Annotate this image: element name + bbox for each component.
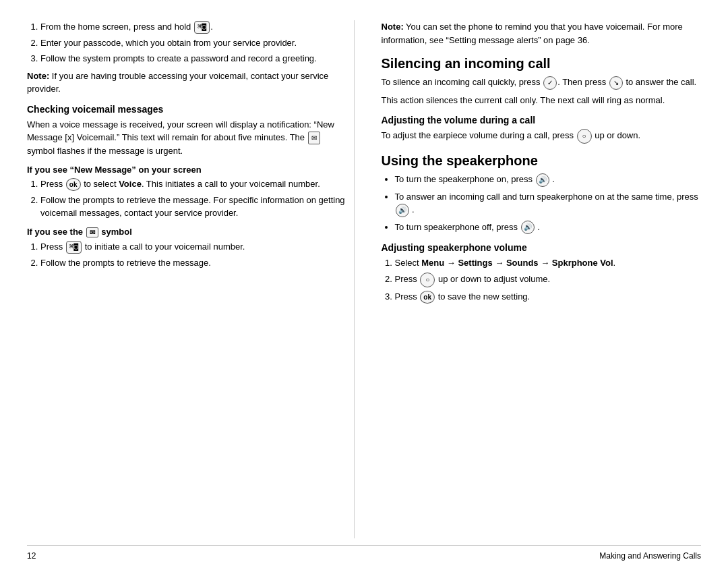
symbol-list: Press ⌘◙ to initiate a call to your voic… [27,240,347,269]
adjusting-volume-heading: Adjusting the volume during a call [382,115,702,125]
intro-list: From the home screen, press and hold ⌘◙.… [27,20,347,65]
intro-item-3: Follow the system prompts to create a pa… [40,52,347,65]
silencing-body: To silence an incoming call quickly, pre… [382,76,702,90]
intro-item-1: From the home screen, press and hold ⌘◙. [40,20,347,34]
message-symbol-icon: ✉ [86,227,98,237]
page: From the home screen, press and hold ⌘◙.… [0,0,728,566]
vol-adjust-icon: ○ [420,273,435,287]
right-column: Note: You can set the phone to remind yo… [375,20,702,538]
symbol-item-2: Follow the prompts to retrieve the messa… [40,256,347,270]
adjusting-spkr-list: Select Menu → Settings → Sounds → Spkrph… [382,256,702,304]
content-area: From the home screen, press and hold ⌘◙.… [27,20,701,538]
left-column: From the home screen, press and hold ⌘◙.… [27,20,355,538]
footer: 12 Making and Answering Calls [27,545,701,566]
page-number: 12 [27,551,36,561]
new-message-heading: If you see “New Message” on your screen [27,165,347,175]
voicemail-button-icon: ⌘◙ [66,241,82,253]
silence-button-icon: ✓ [543,76,557,90]
adjusting-spkr-item-3: Press ok to save the new setting. [395,290,702,304]
adjusting-spkr-item-2: Press ○ up or down to adjust volume. [395,273,702,287]
checking-voicemail-heading: Checking voicemail messages [27,104,347,115]
answer-button-icon: ↘ [609,76,623,90]
symbol-item-1: Press ⌘◙ to initiate a call to your voic… [40,240,347,254]
speakerphone-item-3: To turn speakerphone off, press 🔊 . [395,221,702,235]
ok-button-icon: ok [66,178,81,191]
right-note-text: You can set the phone to remind you that… [382,22,683,45]
speakerphone-item-2: To answer an incoming call and turn spea… [395,190,702,217]
speakerphone-list: To turn the speakerphone on, press 🔊 . T… [382,173,702,234]
home-button-icon: ⌘◙ [194,21,210,33]
new-message-item-1: Press ok to select Voice. This initiates… [40,177,347,191]
message-icon: ✉ [308,132,320,144]
note-label: Note: [27,71,49,81]
note-paragraph: Note: If you are having trouble accessin… [27,69,347,96]
volume-button-icon: ○ [577,129,592,144]
ok-save-icon: ok [420,291,435,304]
silencing-heading: Silencing an incoming call [382,56,702,72]
speakerphone-item-1: To turn the speakerphone on, press 🔊 . [395,173,702,187]
intro-item-2: Enter your passcode, which you obtain fr… [40,36,347,50]
silencing-note: This action silences the current call on… [382,94,702,107]
right-note-label: Note: [382,22,404,32]
note-text: If you are having trouble accessing your… [27,71,328,94]
speaker-answer-icon: 🔊 [396,204,409,217]
right-note-paragraph: Note: You can set the phone to remind yo… [382,20,702,47]
new-message-list: Press ok to select Voice. This initiates… [27,177,347,220]
adjusting-spkr-heading: Adjusting speakerphone volume [382,242,702,253]
adjusting-volume-body: To adjust the earpiece volume during a c… [382,129,702,144]
speaker-on-icon: 🔊 [536,173,549,187]
speaker-off-icon: 🔊 [521,221,535,234]
speakerphone-heading: Using the speakerphone [382,153,702,169]
symbol-heading: If you see the ✉ symbol [27,227,347,237]
adjusting-spkr-item-1: Select Menu → Settings → Sounds → Spkrph… [395,256,702,270]
new-message-item-2: Follow the prompts to retrieve the messa… [40,194,347,220]
footer-right-text: Making and Answering Calls [599,551,701,561]
checking-voicemail-body: When a voice message is received, your s… [27,118,347,158]
